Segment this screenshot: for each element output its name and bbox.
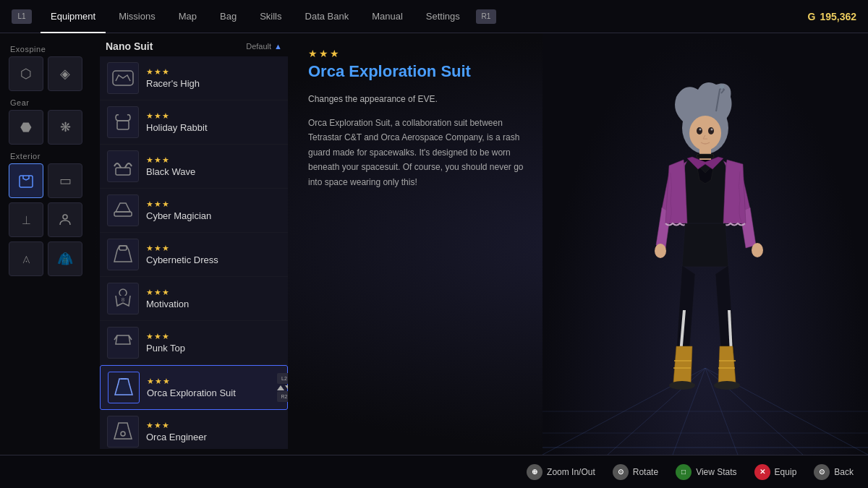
svg-point-20	[689, 116, 721, 150]
svg-rect-5	[114, 212, 132, 216]
gear-slot-1[interactable]: ⬣	[9, 110, 43, 145]
item-info-racers-high: ★★★ Racer's High	[146, 67, 281, 89]
rotate-action[interactable]: ⊙ Rotate	[613, 464, 658, 480]
item-info-punk-top: ★★★ Punk Top	[146, 332, 281, 354]
list-header-title: Nano Suit	[106, 40, 153, 52]
exterior-icons-row-1: ▭	[9, 163, 95, 198]
svg-point-31	[720, 85, 724, 89]
nav-databank[interactable]: Data Bank	[295, 8, 359, 25]
back-button[interactable]: ⊙	[814, 464, 830, 480]
svg-point-1	[63, 215, 67, 219]
list-item-punk-top[interactable]: ★★★ Punk Top	[100, 321, 288, 365]
exterior-icons-row-2: ⟂	[9, 202, 95, 237]
list-item-black-wave[interactable]: ★★★ Black Wave	[100, 145, 288, 189]
list-item-motivation[interactable]: 8 ★★★ Motivation	[100, 277, 288, 321]
gold-g-label: G	[808, 11, 816, 22]
list-item-holiday-rabbit[interactable]: ★★★ Holiday Rabbit	[100, 100, 288, 145]
svg-point-27	[655, 244, 666, 258]
item-info-orca-exploration: ★★★ Orca Exploration Suit	[147, 377, 280, 398]
character-svg	[604, 79, 807, 455]
detail-stars: ★★★	[308, 48, 531, 59]
stats-action[interactable]: □ View Stats	[676, 464, 736, 480]
rotate-label: Rotate	[633, 467, 658, 477]
item-icon-orca-exploration	[108, 372, 140, 403]
exterior-slot-4[interactable]	[48, 202, 82, 237]
svg-point-22	[708, 127, 714, 134]
item-name-black-wave: Black Wave	[146, 166, 281, 177]
svg-rect-4	[116, 168, 130, 175]
nav-map[interactable]: Map	[169, 8, 207, 25]
svg-point-24	[711, 129, 713, 131]
item-name-punk-top: Punk Top	[146, 343, 281, 354]
exospine-slot-2[interactable]: ◈	[48, 56, 82, 91]
detail-desc-long: Orca Exploration Suit, a collaboration s…	[308, 116, 531, 189]
gold-value: 195,362	[820, 11, 856, 22]
equip-label: Equip	[775, 467, 797, 477]
item-stars-motivation: ★★★	[146, 288, 281, 297]
list-header: Nano Suit Default ▲	[100, 33, 288, 56]
item-stars-orca-engineer: ★★★	[146, 421, 281, 430]
nav-bag[interactable]: Bag	[210, 8, 247, 25]
item-info-cyber-magician: ★★★ Cyber Magician	[146, 200, 281, 221]
item-icon-black-wave	[107, 150, 139, 182]
item-icon-cybernetic-dress	[107, 239, 139, 270]
equip-button[interactable]: ✕	[754, 464, 770, 480]
exterior-slot-2[interactable]: ▭	[48, 163, 82, 198]
nav-skills[interactable]: Skills	[250, 8, 292, 25]
nav-manual[interactable]: Manual	[362, 8, 413, 25]
gold-display: G 195,362	[808, 11, 857, 22]
list-item-cyber-magician[interactable]: ★★★ Cyber Magician	[100, 189, 288, 233]
item-icon-orca-engineer	[107, 416, 139, 448]
exterior-slot-5[interactable]: ⟑	[9, 241, 43, 276]
item-stars-punk-top: ★★★	[146, 332, 281, 341]
item-stars-holiday-rabbit: ★★★	[146, 111, 281, 121]
exospine-label: Exospine	[9, 42, 95, 56]
item-name-orca-exploration: Orca Exploration Suit	[147, 388, 280, 398]
list-item-orca-exploration[interactable]: ★★★ Orca Exploration Suit L2 R2	[100, 365, 288, 410]
item-info-black-wave: ★★★ Black Wave	[146, 155, 281, 177]
detail-title: Orca Exploration Suit	[308, 62, 531, 81]
list-header-default: Default ▲	[246, 42, 282, 51]
back-label: Back	[834, 467, 854, 477]
zoom-action[interactable]: ⊕ Zoom In/Out	[527, 464, 595, 480]
svg-rect-3	[117, 121, 129, 129]
gear-slot-2[interactable]: ❋	[48, 110, 82, 145]
bottom-action-bar: ⊕ Zoom In/Out ⊙ Rotate □ View Stats ✕ Eq…	[0, 455, 868, 488]
item-name-racers-high: Racer's High	[146, 78, 281, 89]
svg-rect-26	[697, 154, 714, 158]
exterior-icons-row-3: ⟑ 🧥	[9, 241, 95, 276]
item-icon-punk-top	[107, 327, 139, 359]
list-item-cybernetic-dress[interactable]: ★★★ Cybernetic Dress	[100, 233, 288, 277]
character-display-area	[542, 33, 868, 455]
detail-desc-short: Changes the appearance of EVE.	[308, 93, 531, 106]
rotate-button[interactable]: ⊙	[613, 464, 629, 480]
item-info-cybernetic-dress: ★★★ Cybernetic Dress	[146, 244, 281, 265]
list-item-orca-engineer[interactable]: ★★★ Orca Engineer	[100, 410, 288, 449]
exospine-slot-1[interactable]: ⬡	[9, 56, 43, 91]
exterior-slot-6[interactable]: 🧥	[48, 241, 82, 276]
list-item-racers-high[interactable]: ★★★ Racer's High	[100, 56, 288, 100]
character-figure	[597, 50, 814, 455]
svg-point-29	[669, 381, 695, 390]
exterior-slot-1[interactable]	[9, 163, 43, 198]
exterior-slot-3[interactable]: ⟂	[9, 202, 43, 237]
nav-settings[interactable]: Settings	[416, 8, 470, 25]
nav-equipment[interactable]: Equipment	[41, 8, 106, 25]
back-action[interactable]: ⊙ Back	[814, 464, 854, 480]
zoom-button[interactable]: ⊕	[527, 464, 542, 480]
item-info-holiday-rabbit: ★★★ Holiday Rabbit	[146, 111, 281, 133]
item-name-motivation: Motivation	[146, 299, 281, 309]
item-stars-black-wave: ★★★	[146, 155, 281, 165]
svg-point-23	[699, 129, 702, 131]
l1-badge: L1	[12, 9, 32, 24]
stats-button[interactable]: □	[676, 464, 692, 480]
equip-action[interactable]: ✕ Equip	[754, 464, 797, 480]
nav-missions[interactable]: Missions	[109, 8, 166, 25]
item-stars-cyber-magician: ★★★	[146, 200, 281, 209]
r1-badge: R1	[476, 9, 496, 24]
item-list-panel: Nano Suit Default ▲ ★★★ Racer's High	[100, 33, 288, 455]
item-stars-orca-exploration: ★★★	[147, 377, 280, 386]
item-icon-holiday-rabbit	[107, 106, 139, 138]
svg-point-30	[714, 381, 740, 390]
svg-text:8: 8	[122, 296, 125, 303]
